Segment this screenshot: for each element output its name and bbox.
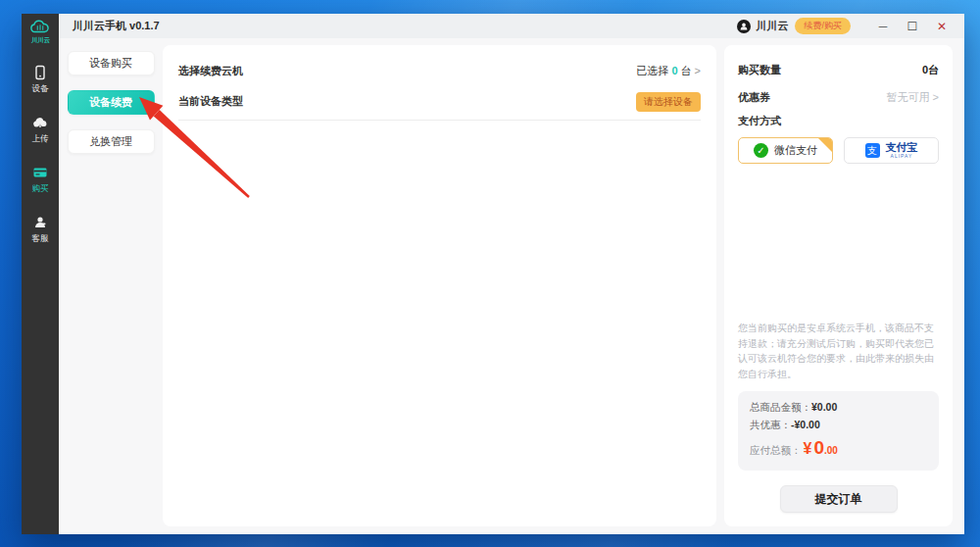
payable-integer: 0: [813, 437, 824, 459]
menu-item-redeem-manage[interactable]: 兑换管理: [68, 129, 155, 154]
select-cloud-machine-row[interactable]: 选择续费云机 已选择 0 台>: [178, 56, 701, 86]
app-window: 川川云 设备 上传: [22, 14, 964, 534]
maximize-button[interactable]: ☐: [898, 20, 927, 33]
user-avatar[interactable]: [737, 20, 751, 33]
alipay-icon: 支: [865, 143, 880, 158]
device-type-row: 当前设备类型 请选择设备: [178, 86, 701, 117]
coupon-value: 暂无可用 >: [887, 90, 939, 105]
select-cloud-machine-label: 选择续费云机: [178, 64, 243, 78]
purchase-disclaimer: 您当前购买的是安卓系统云手机，该商品不支持退款；请充分测试后订购，购买即代表您已…: [738, 321, 939, 381]
coupon-label: 优惠券: [738, 90, 770, 105]
minimize-button[interactable]: ─: [868, 20, 898, 33]
select-device-badge[interactable]: 请选择设备: [636, 92, 701, 112]
device-type-label: 当前设备类型: [178, 94, 243, 109]
window-title: 川川云手机 v0.1.7: [73, 19, 160, 33]
sidebar-item-devices[interactable]: 设备: [31, 64, 49, 95]
submit-order-button[interactable]: 提交订单: [780, 485, 898, 513]
sidebar-item-label: 上传: [31, 132, 48, 144]
total-amount-line: 总商品金额：¥0.00: [750, 401, 927, 415]
renew-purchase-badge[interactable]: 续费/购买: [795, 18, 851, 34]
chevron-right-icon: >: [695, 65, 701, 76]
renew-main-panel: 选择续费云机 已选择 0 台> 当前设备类型 请选择设备: [163, 45, 716, 526]
alipay-label: 支付宝: [886, 142, 918, 153]
sidebar-item-upload[interactable]: 上传: [31, 114, 49, 145]
content-area: 设备购买 设备续费 兑换管理 选择续费云机 已选择 0 台> 当前设备类型 请选…: [59, 38, 964, 534]
purchase-menu: 设备购买 设备续费 兑换管理: [59, 45, 163, 526]
quantity-label: 购买数量: [738, 63, 781, 77]
spacer: [738, 164, 939, 321]
purchase-card-icon: [32, 164, 49, 180]
upload-cloud-icon: [32, 114, 49, 130]
total-amount-value: ¥0.00: [811, 401, 837, 413]
cloud-logo-icon: [29, 20, 51, 35]
wechat-pay-option[interactable]: ✓ 微信支付: [738, 137, 833, 164]
wechat-pay-label: 微信支付: [774, 143, 817, 158]
alipay-option[interactable]: 支 支付宝 ALIPAY: [844, 137, 939, 164]
window-right-column: 川川云手机 v0.1.7 川川云 续费/购买 ─ ☐ ✕ 设备购买 设备续费 兑…: [59, 14, 964, 534]
customer-service-icon: [32, 214, 49, 230]
coupon-row[interactable]: 优惠券 暂无可用 >: [738, 83, 939, 111]
payable-label: 应付总额：: [750, 444, 802, 458]
close-button[interactable]: ✕: [927, 20, 956, 33]
payable-line: 应付总额： ¥ 0 .00: [750, 437, 927, 459]
user-name: 川川云: [756, 19, 788, 33]
payable-decimal: .00: [824, 445, 838, 456]
discount-value: -¥0.00: [791, 419, 820, 430]
selected-count: 已选择 0 台>: [636, 64, 701, 78]
device-phone-icon: [32, 64, 49, 80]
alipay-label-group: 支付宝 ALIPAY: [886, 142, 918, 159]
menu-item-device-purchase[interactable]: 设备购买: [68, 51, 155, 75]
titlebar-right: 川川云 续费/购买 ─ ☐ ✕: [737, 18, 956, 34]
titlebar: 川川云手机 v0.1.7 川川云 续费/购买 ─ ☐ ✕: [59, 14, 964, 38]
discount-line: 共优惠：-¥0.00: [750, 419, 927, 432]
selected-corner-mark: [818, 138, 832, 152]
sidebar-item-label: 购买: [31, 182, 48, 194]
order-summary-panel: 购买数量 0台 优惠券 暂无可用 > 支付方式 ✓ 微信支付 支: [724, 45, 953, 526]
payable-currency: ¥: [804, 440, 812, 458]
payment-method-label: 支付方式: [738, 114, 939, 128]
sidebar-item-label: 设备: [31, 82, 48, 94]
divider: [178, 120, 701, 121]
quantity-value: 0台: [922, 63, 939, 77]
logo-text: 川川云: [31, 36, 50, 45]
wechat-pay-icon: ✓: [754, 143, 768, 158]
quantity-row: 购买数量 0台: [738, 56, 939, 83]
totals-box: 总商品金额：¥0.00 共优惠：-¥0.00 应付总额： ¥ 0 .00: [738, 391, 939, 471]
sidebar-item-support[interactable]: 客服: [31, 214, 49, 245]
app-logo: 川川云: [29, 20, 51, 45]
menu-item-device-renew[interactable]: 设备续费: [68, 90, 155, 115]
alipay-sub-label: ALIPAY: [891, 154, 913, 159]
sidebar-item-label: 客服: [31, 232, 48, 244]
payment-options: ✓ 微信支付 支 支付宝 ALIPAY: [738, 137, 939, 164]
sidebar-item-purchase[interactable]: 购买: [31, 164, 49, 195]
sidebar: 川川云 设备 上传: [22, 14, 59, 534]
